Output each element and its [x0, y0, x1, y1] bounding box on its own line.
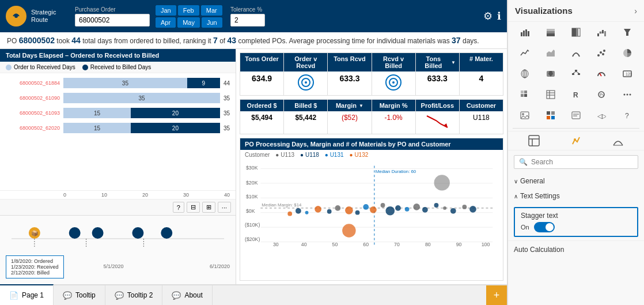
viz-card-icon[interactable]: 123	[615, 67, 639, 81]
metric-val-3	[372, 71, 416, 95]
tab-about[interactable]: 💬 About	[162, 285, 212, 305]
add-tab-button[interactable]: +	[486, 285, 507, 305]
tab-tooltip2[interactable]: 💬 Tooltip 2	[105, 285, 163, 305]
fin-val-5: U118	[460, 111, 503, 134]
stagger-text-box: Stagger text On	[514, 207, 638, 237]
margin-label: Margin	[336, 102, 357, 109]
bar-label-1: 68000502_61884	[6, 80, 63, 86]
month-feb[interactable]: Feb	[178, 5, 199, 16]
chart-controls: ? ⊟ ⊞ ···	[0, 199, 236, 215]
viz-qna-icon[interactable]: ?	[615, 108, 639, 122]
svg-point-65	[434, 175, 450, 190]
summary-days2: 37	[452, 36, 461, 45]
scatter-svg: $30K $20K $10K $0K ($10K) ($20K)	[245, 162, 498, 248]
month-may[interactable]: May	[177, 17, 200, 28]
filter-button[interactable]: ⊟	[187, 202, 200, 213]
po-label: Purchase Order	[75, 6, 150, 13]
bar-label-2: 68000502_61090	[6, 95, 63, 101]
tab-page1[interactable]: 📄 Page 1	[0, 284, 54, 305]
viz-line-icon[interactable]	[513, 46, 537, 60]
svg-point-53	[381, 203, 385, 208]
viz-python-icon[interactable]: Py	[589, 88, 613, 101]
viz-paginator-icon[interactable]: ◁▷	[589, 108, 613, 122]
text-settings-section-header[interactable]: ∧ Text Settings	[508, 189, 644, 204]
general-section-header[interactable]: ∨ General	[508, 174, 644, 189]
fin-val-3: -1.0%	[372, 111, 416, 134]
month-mar[interactable]: Mar	[201, 5, 222, 16]
svg-point-83	[600, 51, 602, 54]
svg-rect-99	[524, 91, 527, 93]
viz-100bar-icon[interactable]	[564, 25, 588, 39]
viz-gauge-icon[interactable]	[589, 67, 613, 81]
svg-text:$10K: $10K	[246, 194, 258, 199]
search-icon: 🔍	[519, 158, 528, 166]
viz-matrix-icon[interactable]	[513, 88, 537, 101]
bar-label-3: 68000502_61093	[6, 110, 63, 116]
legend-u131: ● U131	[325, 152, 344, 158]
viz-format-button[interactable]	[570, 135, 582, 146]
svg-point-60	[443, 206, 446, 210]
axis-0: 0	[63, 192, 66, 198]
viz-scatter-icon[interactable]	[589, 46, 613, 60]
svg-marker-80	[624, 29, 631, 36]
viz-image-icon[interactable]	[513, 108, 537, 122]
viz-collapse-button[interactable]: ›	[634, 6, 637, 16]
general-label: General	[520, 177, 545, 185]
viz-pie-icon[interactable]	[615, 46, 639, 60]
viz-icon-grid-4: R Py	[508, 84, 644, 105]
refresh-icon[interactable]: ⚙	[483, 10, 493, 22]
svg-text:70: 70	[394, 242, 400, 247]
viz-bar-icon[interactable]	[513, 25, 537, 39]
stagger-toggle[interactable]	[534, 222, 555, 232]
fin-val-2: ($52)	[328, 111, 372, 134]
svg-point-84	[602, 53, 604, 55]
viz-fields-button[interactable]	[528, 135, 540, 146]
svg-line-93	[573, 71, 576, 73]
viz-stacked-bar-icon[interactable]	[538, 25, 562, 39]
export-button[interactable]: ⊞	[202, 202, 215, 213]
viz-table-icon[interactable]	[538, 88, 562, 101]
viz-r-icon[interactable]: R	[564, 88, 588, 101]
fin-header-5: Customer	[460, 100, 503, 111]
viz-map-icon[interactable]	[513, 67, 537, 81]
svg-point-126	[574, 138, 576, 141]
svg-point-45	[305, 211, 309, 214]
search-input[interactable]	[531, 158, 633, 166]
svg-rect-118	[572, 112, 580, 119]
month-jun[interactable]: Jun	[202, 17, 222, 28]
viz-smartnarrative-icon[interactable]	[564, 108, 588, 122]
general-chevron: ∨	[514, 178, 518, 184]
scatter-chart-container: $30K $20K $10K $0K ($10K) ($20K)	[240, 160, 503, 252]
right-data: Tons Order Order v Recvd Tons Rcvd Rcvd …	[236, 49, 507, 284]
search-box: 🔍	[514, 155, 638, 169]
viz-area-icon[interactable]	[538, 46, 562, 60]
month-jan[interactable]: Jan	[156, 5, 176, 16]
fin-val-1: $5,442	[284, 111, 328, 134]
viz-more-icon[interactable]	[615, 88, 639, 101]
help-button[interactable]: ?	[173, 202, 184, 213]
svg-point-43	[287, 212, 292, 216]
viz-waterfall-icon[interactable]	[589, 25, 613, 39]
info-icon[interactable]: ℹ	[497, 10, 501, 22]
month-apr[interactable]: Apr	[156, 17, 176, 28]
po-select[interactable]: 68000502	[75, 14, 150, 27]
summary-rank: 7	[213, 36, 218, 45]
content-area: Total Days Elapsed – Ordered to Received…	[0, 49, 507, 284]
axis-10: 10	[101, 192, 107, 198]
viz-filled-map-icon[interactable]	[538, 67, 562, 81]
svg-rect-75	[576, 28, 578, 36]
viz-ribbon-icon[interactable]	[564, 46, 588, 60]
viz-funnel-icon[interactable]	[615, 25, 639, 39]
fin-header-row: Ordered $ Billed $ Margin ▼ Margin % Pro…	[240, 100, 503, 111]
viz-decomp-icon[interactable]	[564, 67, 588, 81]
svg-point-14	[305, 81, 307, 84]
tab-tooltip[interactable]: 💬 Tooltip	[54, 285, 105, 305]
svg-point-46	[315, 206, 321, 213]
svg-text:60: 60	[363, 242, 369, 247]
viz-mosaic-icon[interactable]	[538, 108, 562, 122]
tolerance-input[interactable]	[230, 14, 265, 27]
viz-analytics-button[interactable]	[612, 135, 624, 146]
more-button[interactable]: ···	[218, 202, 231, 213]
summary-days1: 44	[71, 36, 81, 45]
svg-rect-123	[529, 135, 539, 146]
